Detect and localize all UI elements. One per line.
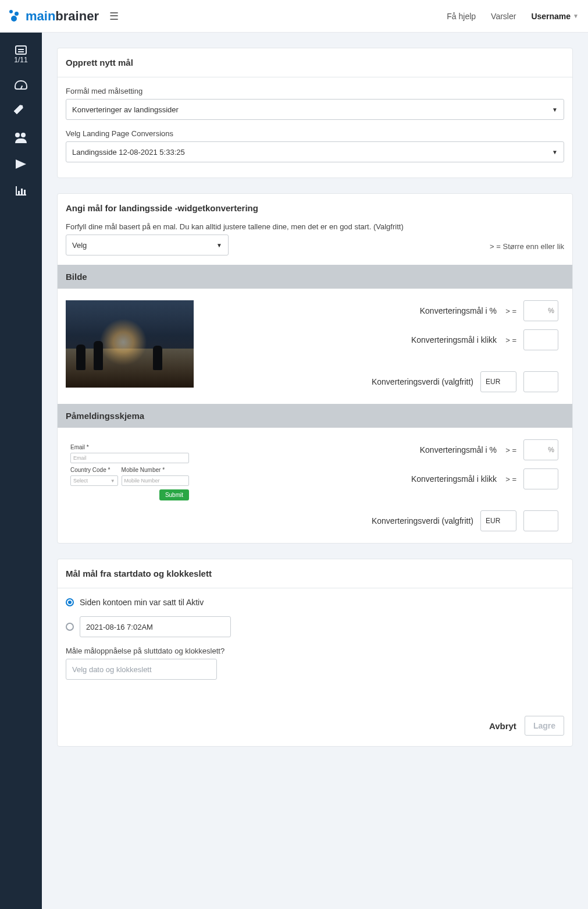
panel-create-goal: Opprett nytt mål Formål med målsetting K… [57, 48, 573, 178]
image-pct-input[interactable]: % [523, 300, 558, 321]
template-select-value: Velg [72, 241, 87, 250]
user-menu[interactable]: Username ▼ [531, 12, 579, 21]
section-image-body: Konverteringsmål i % > = % Konverterings… [58, 289, 572, 404]
signup-pct-label: Konverteringsmål i % [205, 445, 497, 455]
radio-since-active[interactable]: Siden kontoen min var satt til Aktiv [66, 598, 564, 607]
radio-custom-date[interactable]: 2021-08-16 7:02AM [66, 616, 564, 637]
image-value-input[interactable] [523, 371, 558, 392]
gauge-icon [15, 80, 27, 90]
paper-plane-icon [16, 159, 26, 170]
image-clicks-input[interactable] [523, 329, 558, 350]
radio-since-active-label: Siden kontoen min var satt til Aktiv [80, 598, 204, 607]
signup-value-input[interactable] [523, 510, 558, 531]
panel-set-goals: Angi mål for landingsside -widgetkonvert… [57, 193, 573, 544]
chevron-down-icon: ▼ [216, 242, 222, 248]
template-select[interactable]: Velg ▼ [66, 235, 229, 255]
gte-symbol: > = [504, 307, 516, 315]
topbar: mainbrainer ☰ Få hjelp Varsler Username … [0, 0, 588, 33]
image-currency-select[interactable]: EUR [480, 371, 516, 392]
purpose-label: Formål med målsetting [66, 87, 564, 95]
sidebar-item-analytics[interactable] [16, 186, 26, 196]
image-clicks-label: Konverteringsmål i klikk [205, 335, 497, 345]
chart-icon [16, 186, 26, 196]
image-preview [66, 300, 194, 388]
signup-clicks-input[interactable] [523, 468, 558, 489]
cancel-button[interactable]: Avbryt [489, 721, 516, 731]
pencil-icon [13, 104, 28, 118]
panel-date-title: Mål mål fra startdato og klokkeslett [58, 559, 572, 588]
hamburger-icon[interactable]: ☰ [109, 10, 119, 23]
signup-preview: Email * Email Country Code * Select▼ Mob… [66, 439, 194, 527]
radio-icon [66, 598, 74, 606]
start-date-input[interactable]: 2021-08-16 7:02AM [80, 616, 231, 637]
panel-date: Mål mål fra startdato og klokkeslett Sid… [57, 559, 573, 747]
gte-symbol: > = [504, 446, 516, 455]
end-date-label: Måle måloppnåelse på sluttdato og klokke… [66, 647, 564, 655]
radio-icon [66, 623, 74, 631]
section-signup-header: Påmeldingsskjema [58, 404, 572, 428]
prev-cc-select: Select▼ [70, 475, 118, 486]
prev-email-input: Email [70, 453, 189, 463]
content: Opprett nytt mål Formål med målsetting K… [42, 33, 588, 909]
landing-select[interactable]: Landingsside 12-08-2021 5:33:25 ▼ [66, 141, 564, 162]
prev-cc-label: Country Code * [70, 467, 118, 473]
logo-icon [9, 10, 22, 23]
save-button[interactable]: Lagre [525, 716, 564, 736]
username-label: Username [531, 12, 571, 21]
gte-symbol: > = [504, 336, 516, 345]
sidebar-item-send[interactable] [16, 159, 26, 170]
sidebar-item-edit[interactable] [16, 106, 26, 116]
panel-set-goals-title: Angi mål for landingsside -widgetkonvert… [58, 194, 572, 222]
landing-select-value: Landingsside 12-08-2021 5:33:25 [72, 148, 185, 157]
prev-mobile-input: Mobile Number [122, 475, 189, 486]
chevron-down-icon: ▼ [573, 13, 579, 19]
signup-pct-input[interactable]: % [523, 439, 558, 460]
section-image-header: Bilde [58, 265, 572, 289]
users-icon [15, 133, 27, 143]
signup-clicks-label: Konverteringsmål i klikk [205, 474, 497, 484]
gte-symbol: > = [504, 475, 516, 484]
sidebar-item-users[interactable] [15, 133, 27, 143]
chevron-down-icon: ▼ [552, 106, 558, 113]
image-pct-label: Konverteringsmål i % [205, 306, 497, 315]
sidebar-item-dashboard[interactable] [15, 80, 27, 90]
list-icon [15, 45, 27, 55]
prev-email-label: Email * [70, 444, 189, 450]
signup-value-label: Konverteringsverdi (valgfritt) [205, 516, 473, 525]
logo-text: mainbrainer [26, 9, 99, 24]
gte-legend: > = Større enn eller lik [490, 242, 564, 251]
prev-mobile-label: Mobile Number * [122, 467, 189, 473]
purpose-select-value: Konverteringer av landingssider [72, 105, 179, 114]
image-value-label: Konverteringsverdi (valgfritt) [205, 377, 473, 386]
panel-create-goal-title: Opprett nytt mål [58, 48, 572, 77]
purpose-select[interactable]: Konverteringer av landingssider ▼ [66, 99, 564, 120]
sidebar-item-progress[interactable]: 1/11 [14, 45, 27, 64]
choose-landing-label: Velg Landing Page Conversions [66, 129, 564, 138]
section-signup-body: Email * Email Country Code * Select▼ Mob… [58, 428, 572, 543]
progress-label: 1/11 [14, 56, 27, 64]
chevron-down-icon: ▼ [552, 149, 558, 155]
prev-submit-button: Submit [159, 489, 189, 500]
signup-currency-select[interactable]: EUR [480, 510, 516, 531]
help-link[interactable]: Få hjelp [447, 12, 476, 21]
template-hint: Forfyll dine mål basert på en mal. Du ka… [66, 222, 480, 231]
end-date-input[interactable]: Velg dato og klokkeslett [66, 659, 217, 680]
sidebar: 1/11 [0, 33, 42, 909]
logo[interactable]: mainbrainer [9, 9, 99, 24]
alerts-link[interactable]: Varsler [491, 12, 516, 21]
